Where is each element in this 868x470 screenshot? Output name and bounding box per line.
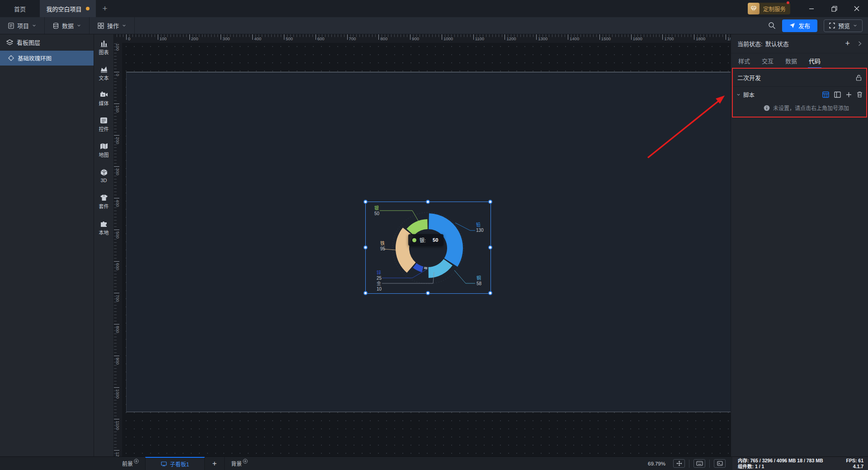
v-ruler-label: 0 [115, 74, 120, 76]
titlebar-right: 定制服务 [748, 0, 868, 17]
add-state-button[interactable]: + [845, 39, 850, 48]
dock-item-套件[interactable]: 套件 [94, 194, 113, 220]
selection-handle[interactable] [488, 245, 492, 249]
h-ruler-label: 100 [160, 36, 167, 41]
layout-view-icon[interactable] [834, 91, 841, 98]
divider [709, 460, 710, 468]
dock-item-label: 图表 [99, 48, 109, 56]
layers-icon [6, 39, 13, 46]
delete-script-icon[interactable] [857, 91, 863, 98]
close-button[interactable] [845, 0, 868, 17]
inspector-tab-交互[interactable]: 交互 [762, 53, 774, 68]
background-button[interactable]: 背景 [225, 457, 254, 470]
secondary-dev-section[interactable]: 二次开发 [731, 69, 868, 87]
paper-plane-icon [789, 23, 795, 28]
subboard-tab[interactable]: 子看板1 [145, 457, 205, 470]
script-section-row[interactable]: 脚本 [731, 87, 868, 102]
app-version: 4.1.7 [853, 464, 863, 470]
secondary-dev-label: 二次开发 [737, 73, 761, 82]
console-icon[interactable] [714, 459, 726, 468]
search-icon[interactable] [768, 22, 776, 29]
selection-handle[interactable] [363, 245, 368, 249]
tab-home[interactable]: 首页 [0, 0, 40, 17]
selection-handle[interactable] [488, 291, 492, 295]
v-ruler-label: -100 [115, 42, 120, 51]
circle-plus-icon[interactable] [243, 459, 248, 464]
tab-project[interactable]: 我的空白项目 [40, 0, 96, 17]
dock-item-媒体[interactable]: 媒体 [94, 91, 113, 117]
chevron-down-icon[interactable] [853, 24, 857, 28]
custom-service-badge[interactable]: 定制服务 [748, 3, 790, 14]
selection-box[interactable] [365, 202, 491, 294]
zoom-level[interactable]: 69.79% [648, 461, 665, 466]
menu-project[interactable]: 项目 [0, 17, 45, 34]
unsaved-dot [86, 7, 90, 10]
v-ruler-label: 800 [115, 326, 120, 333]
tab-home-label: 首页 [14, 5, 26, 13]
menubar-right: 发布 预览 [768, 17, 868, 34]
v-ruler-label: 200 [115, 137, 120, 144]
v-ruler-label: 700 [115, 295, 120, 302]
publish-button[interactable]: 发布 [782, 19, 817, 32]
minimize-button[interactable] [800, 0, 823, 17]
dock-item-本地[interactable]: 本地 [94, 220, 113, 246]
circle-plus-icon[interactable] [134, 459, 139, 464]
dock-item-label: 套件 [99, 202, 109, 210]
current-state-row: 当前状态: 默认状态 + [731, 34, 868, 53]
h-ruler-label: 1300 [538, 36, 547, 41]
custom-service-label: 定制服务 [760, 5, 790, 13]
script-toolbar [822, 91, 863, 98]
horizontal-ruler: 0100200300400500600700800900100011001200… [114, 34, 731, 43]
h-ruler-label: 500 [286, 36, 293, 41]
selection-handle[interactable] [426, 291, 430, 295]
chevron-down-icon[interactable] [736, 93, 741, 97]
fit-screen-icon[interactable] [673, 459, 685, 468]
selection-handle[interactable] [488, 200, 492, 204]
layers-panel: 看板图层 基础玫瑰环图 [0, 34, 94, 456]
component-dock: 图表文本媒体控件地图3D套件本地 [94, 34, 114, 456]
divider [689, 460, 689, 468]
selection-handle[interactable] [426, 200, 430, 204]
menubar: 项目 数据 操作 发布 预览 [0, 17, 868, 34]
layer-item-rose-chart[interactable]: 基础玫瑰环图 [0, 51, 94, 66]
notification-dot [787, 1, 789, 4]
menu-data[interactable]: 数据 [45, 17, 90, 34]
new-tab-button[interactable]: + [96, 0, 114, 17]
dock-item-控件[interactable]: 控件 [94, 117, 113, 143]
inspector-tab-数据[interactable]: 数据 [785, 53, 797, 68]
add-board-button[interactable]: + [205, 457, 225, 470]
dock-item-文本[interactable]: 文本 [94, 66, 113, 91]
layers-panel-header: 看板图层 [0, 34, 94, 51]
foreground-label: 前景 [122, 460, 133, 467]
h-ruler-label: 1900 [727, 36, 731, 41]
bottombar-right: 69.79% 内存: 765 / 3296 / 4096 MB 18 / 783… [648, 457, 868, 470]
h-ruler-label: 1100 [475, 36, 484, 41]
inspector-tab-样式[interactable]: 样式 [738, 53, 750, 68]
v-ruler-label: 600 [115, 263, 120, 270]
v-ruler-label: 400 [115, 200, 120, 207]
state-next-button[interactable] [858, 41, 862, 46]
dock-item-3D[interactable]: 3D [94, 169, 113, 194]
h-ruler-label: 1000 [443, 36, 453, 41]
foreground-button[interactable]: 前景 [116, 457, 145, 470]
layer-item-label: 基础玫瑰环图 [18, 54, 52, 62]
selection-handle[interactable] [363, 200, 368, 204]
current-state-value: 默认状态 [765, 39, 789, 48]
restore-button[interactable] [823, 0, 845, 17]
v-ruler-label: 100 [115, 105, 120, 113]
script-empty-hint-text: 未设置，请点击右上角加号添加 [773, 104, 849, 112]
inspector-tab-代码[interactable]: 代码 [809, 53, 821, 68]
canvas-stage[interactable]: 0100200300400500600700800900100011001200… [114, 34, 731, 456]
dock-item-图表[interactable]: 图表 [94, 40, 113, 66]
background-label: 背景 [231, 460, 242, 467]
selection-handle[interactable] [363, 291, 368, 295]
menu-operations[interactable]: 操作 [90, 17, 135, 34]
unlock-icon[interactable] [856, 75, 862, 81]
add-script-icon[interactable] [846, 92, 852, 98]
table-view-icon[interactable] [822, 91, 829, 98]
preview-button[interactable]: 预览 [824, 19, 863, 32]
fps-stats: FPS: 61 [846, 458, 863, 464]
v-ruler-label: 1100 [115, 421, 120, 430]
dock-item-地图[interactable]: 地图 [94, 143, 113, 169]
keyboard-shortcuts-icon[interactable] [693, 459, 705, 468]
